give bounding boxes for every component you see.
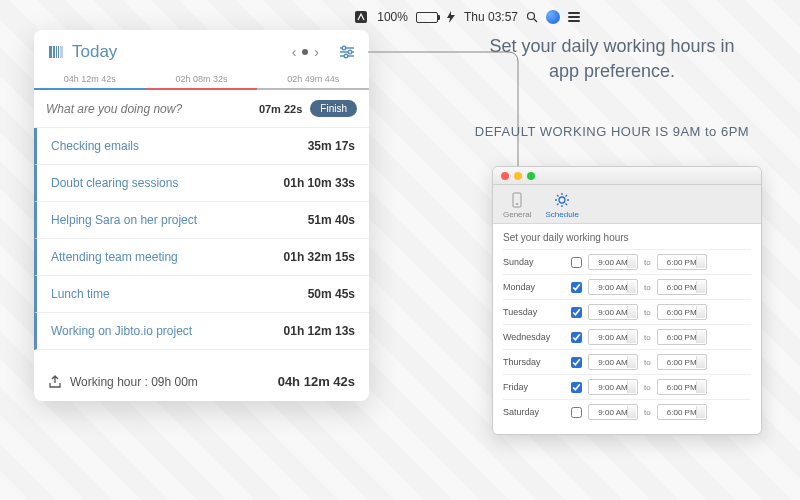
to-label: to (644, 258, 651, 267)
svg-line-21 (557, 195, 559, 197)
to-label: to (644, 333, 651, 342)
zoom-window-button[interactable] (527, 172, 535, 180)
to-time-field[interactable]: 6:00 PM (657, 354, 707, 370)
tab-general[interactable]: General (503, 191, 531, 219)
calendar-icon (48, 44, 64, 60)
task-duration: 51m 40s (308, 213, 355, 227)
from-time-field[interactable]: 9:00 AM (588, 404, 638, 420)
from-time-field[interactable]: 9:00 AM (588, 304, 638, 320)
preferences-window: General Schedule Set your daily working … (492, 166, 762, 435)
battery-percent: 100% (377, 10, 408, 24)
task-row[interactable]: Attending team meeting01h 32m 15s (34, 239, 369, 276)
segment[interactable]: 02h 08m 32s (146, 70, 258, 90)
task-name: Attending team meeting (51, 250, 178, 264)
day-row: Sunday9:00 AMto6:00 PM (503, 249, 751, 274)
to-label: to (644, 283, 651, 292)
day-name: Friday (503, 382, 565, 392)
task-row[interactable]: Working on Jibto.io project01h 12m 13s (34, 313, 369, 350)
day-enabled-checkbox[interactable] (571, 257, 582, 268)
popover-title: Today (48, 42, 117, 62)
spotlight-icon[interactable] (526, 11, 538, 23)
day-enabled-checkbox[interactable] (571, 357, 582, 368)
task-row[interactable]: Helping Sara on her project51m 40s (34, 202, 369, 239)
to-time-field[interactable]: 6:00 PM (657, 379, 707, 395)
task-row[interactable]: Lunch time50m 45s (34, 276, 369, 313)
day-row: Thursday9:00 AMto6:00 PM (503, 349, 751, 374)
menubar-clock: Thu 03:57 (464, 10, 518, 24)
promo-subhead: DEFAULT WORKING HOUR IS 9AM to 6PM (472, 124, 752, 139)
from-time-field[interactable]: 9:00 AM (588, 329, 638, 345)
to-time-field[interactable]: 6:00 PM (657, 304, 707, 320)
gear-icon (553, 191, 571, 209)
day-name: Sunday (503, 257, 565, 267)
segment[interactable]: 04h 12m 42s (34, 70, 146, 90)
prev-day-button[interactable]: ‹ (292, 44, 297, 60)
task-row[interactable]: Doubt clearing sessions01h 10m 33s (34, 165, 369, 202)
time-segments: 04h 12m 42s 02h 08m 32s 02h 49m 44s (34, 70, 369, 90)
task-name: Lunch time (51, 287, 110, 301)
to-time-field[interactable]: 6:00 PM (657, 279, 707, 295)
today-popover: Today ‹ › 04h 12m 42s 02h 08m 32s 02h 49… (34, 30, 369, 401)
svg-point-13 (344, 54, 348, 58)
svg-line-24 (566, 195, 568, 197)
svg-point-9 (342, 46, 346, 50)
task-duration: 01h 10m 33s (284, 176, 355, 190)
day-name: Tuesday (503, 307, 565, 317)
task-duration: 50m 45s (308, 287, 355, 301)
total-time: 04h 12m 42s (278, 374, 355, 389)
minimize-window-button[interactable] (514, 172, 522, 180)
day-name: Saturday (503, 407, 565, 417)
window-titlebar[interactable] (493, 167, 761, 185)
power-icon (446, 11, 456, 23)
day-enabled-checkbox[interactable] (571, 307, 582, 318)
day-enabled-checkbox[interactable] (571, 282, 582, 293)
to-time-field[interactable]: 6:00 PM (657, 254, 707, 270)
task-row[interactable]: Checking emails35m 17s (34, 128, 369, 165)
working-hour-label: Working hour : 09h 00m (70, 375, 198, 389)
finish-button[interactable]: Finish (310, 100, 357, 117)
svg-line-23 (557, 204, 559, 206)
notification-center-icon[interactable] (568, 12, 580, 22)
svg-line-2 (534, 19, 537, 22)
day-enabled-checkbox[interactable] (571, 407, 582, 418)
task-name: Checking emails (51, 139, 139, 153)
to-label: to (644, 408, 651, 417)
to-time-field[interactable]: 6:00 PM (657, 404, 707, 420)
from-time-field[interactable]: 9:00 AM (588, 354, 638, 370)
from-time-field[interactable]: 9:00 AM (588, 279, 638, 295)
day-enabled-checkbox[interactable] (571, 382, 582, 393)
svg-rect-6 (58, 46, 59, 58)
settings-icon[interactable] (339, 45, 355, 59)
general-icon (508, 191, 526, 209)
day-row: Saturday9:00 AMto6:00 PM (503, 399, 751, 424)
day-row: Tuesday9:00 AMto6:00 PM (503, 299, 751, 324)
today-dot-button[interactable] (302, 49, 308, 55)
app-tray-icon[interactable] (353, 9, 369, 25)
to-label: to (644, 308, 651, 317)
svg-line-22 (566, 204, 568, 206)
siri-icon[interactable] (546, 10, 560, 24)
svg-point-1 (528, 13, 535, 20)
to-time-field[interactable]: 6:00 PM (657, 329, 707, 345)
svg-point-15 (516, 203, 518, 205)
task-duration: 01h 12m 13s (284, 324, 355, 338)
day-enabled-checkbox[interactable] (571, 332, 582, 343)
close-window-button[interactable] (501, 172, 509, 180)
to-label: to (644, 358, 651, 367)
from-time-field[interactable]: 9:00 AM (588, 254, 638, 270)
tab-schedule[interactable]: Schedule (545, 191, 578, 219)
svg-point-16 (559, 197, 565, 203)
next-day-button[interactable]: › (314, 44, 319, 60)
day-row: Friday9:00 AMto6:00 PM (503, 374, 751, 399)
task-duration: 35m 17s (308, 139, 355, 153)
current-task-input[interactable] (46, 102, 251, 116)
segment[interactable]: 02h 49m 44s (257, 70, 369, 90)
export-icon[interactable] (48, 375, 62, 389)
from-time-field[interactable]: 9:00 AM (588, 379, 638, 395)
task-name: Working on Jibto.io project (51, 324, 192, 338)
day-row: Wednesday9:00 AMto6:00 PM (503, 324, 751, 349)
pref-heading: Set your daily working hours (503, 232, 751, 243)
current-task-timer: 07m 22s (259, 103, 302, 115)
svg-rect-3 (49, 46, 52, 58)
day-row: Monday9:00 AMto6:00 PM (503, 274, 751, 299)
